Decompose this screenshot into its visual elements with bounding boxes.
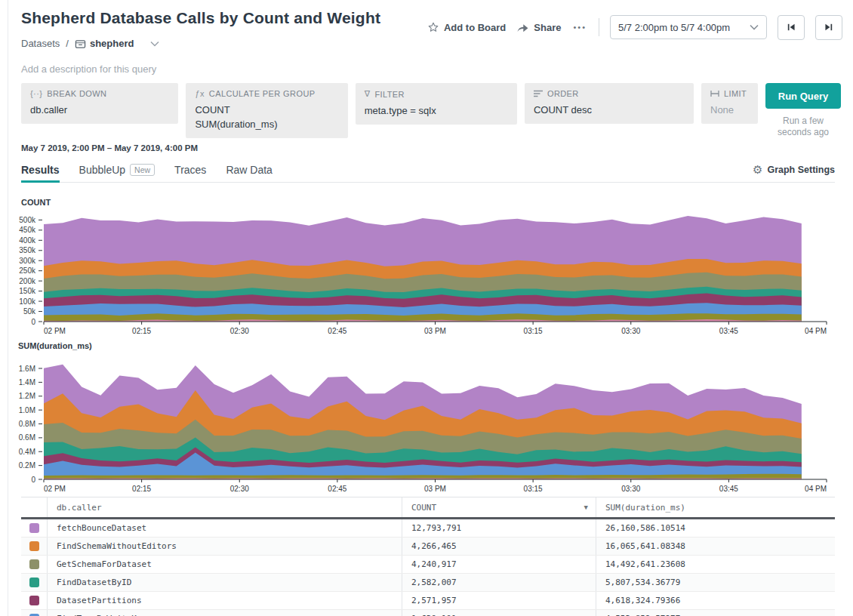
table-row[interactable]: FindDatasetByID2,582,0075,807,534.36779 <box>21 574 835 592</box>
page-title: Shepherd Database Calls by Count and Wei… <box>21 9 380 27</box>
break-down-box[interactable]: {··} BREAK DOWN db.caller <box>21 83 178 124</box>
svg-text:0.4M: 0.4M <box>19 448 35 456</box>
calculate-value-count: COUNT <box>195 103 338 117</box>
results-tabs: Results BubbleUp New Traces Raw Data ⚙ G… <box>21 157 835 183</box>
svg-text:02:45: 02:45 <box>328 327 346 335</box>
skip-back-button[interactable] <box>778 15 805 40</box>
breadcrumb: Datasets / shepherd <box>21 38 159 49</box>
svg-text:03:15: 03:15 <box>524 327 543 335</box>
calculate-icon: ƒx <box>195 89 204 98</box>
add-to-board-label: Add to Board <box>444 22 506 33</box>
svg-text:100k: 100k <box>19 297 36 306</box>
series-color-swatch <box>21 592 47 609</box>
table-row[interactable]: FindSchemaWithoutEditors4,266,46516,065,… <box>21 537 835 556</box>
breadcrumb-dataset[interactable]: shepherd <box>75 38 134 49</box>
series-color-swatch <box>21 610 47 616</box>
graph-settings-label: Graph Settings <box>767 165 835 175</box>
results-table: db.caller COUNT ▼ SUM(duration_ms) fetch… <box>21 497 835 616</box>
svg-text:1.0M: 1.0M <box>19 406 35 414</box>
column-header-count[interactable]: COUNT ▼ <box>402 497 596 517</box>
table-row[interactable]: DatasetPartitions2,571,9574,618,324.7936… <box>21 592 835 610</box>
filter-box[interactable]: ∇ FILTER meta.type = sqlx <box>356 83 517 125</box>
breadcrumb-dataset-label: shepherd <box>90 38 134 49</box>
svg-text:03:30: 03:30 <box>621 327 640 335</box>
time-range-value: 5/7 2:00pm to 5/7 4:00pm <box>618 22 730 33</box>
cell-sum: 4,618,324.79366 <box>596 592 835 609</box>
series-color-swatch <box>21 519 47 537</box>
count-stacked-area-chart[interactable]: 050k100k150k200k250k300k350k400k450k500k… <box>15 212 838 342</box>
svg-text:1.4M: 1.4M <box>19 378 35 387</box>
limit-icon <box>710 90 719 97</box>
svg-text:0.2M: 0.2M <box>19 461 35 470</box>
cell-db-caller: GetSchemaForDataset <box>47 556 402 573</box>
chevron-down-icon[interactable] <box>150 41 159 47</box>
breadcrumb-separator: / <box>66 38 69 49</box>
sum-stacked-area-chart[interactable]: 00.2M0.4M0.6M0.8M1.0M1.2M1.4M1.6M02 PM02… <box>15 356 838 497</box>
cell-count: 4,266,465 <box>402 537 596 555</box>
svg-text:500k: 500k <box>19 216 36 224</box>
order-icon <box>534 90 543 97</box>
calculate-box[interactable]: ƒx CALCULATE PER GROUP COUNT SUM(duratio… <box>186 83 347 138</box>
cell-sum: 14,492,641.23608 <box>596 556 835 573</box>
share-button[interactable]: Share <box>516 22 561 33</box>
svg-text:1.2M: 1.2M <box>19 392 35 400</box>
svg-text:04 PM: 04 PM <box>805 327 827 335</box>
tab-bubbleup[interactable]: BubbleUp New <box>79 157 156 182</box>
svg-text:03:30: 03:30 <box>621 485 640 493</box>
cell-db-caller: FindDatasetByID <box>47 574 402 591</box>
break-down-value: db.caller <box>30 103 169 117</box>
run-status: Run a few seconds ago <box>765 116 841 138</box>
order-box[interactable]: ORDER COUNT desc <box>525 83 694 124</box>
cell-count: 1,639,101 <box>402 610 596 616</box>
svg-text:150k: 150k <box>19 287 36 295</box>
cell-db-caller: FindTeamByWriteKey <box>47 610 402 616</box>
graph-settings-button[interactable]: ⚙ Graph Settings <box>753 163 835 177</box>
sort-desc-icon[interactable]: ▼ <box>584 504 588 511</box>
svg-text:02:15: 02:15 <box>132 327 151 335</box>
svg-text:02 PM: 02 PM <box>44 485 66 493</box>
limit-box[interactable]: LIMIT None <box>701 83 758 124</box>
table-row[interactable]: GetSchemaForDataset4,240,91714,492,641.2… <box>21 556 835 574</box>
table-row[interactable]: fetchBounceDataset12,793,79126,160,586.1… <box>21 519 835 537</box>
svg-text:04 PM: 04 PM <box>805 485 827 493</box>
share-icon <box>516 22 529 33</box>
order-value: COUNT desc <box>534 103 685 117</box>
skip-to-start-icon <box>786 22 796 32</box>
tab-results[interactable]: Results <box>21 157 60 182</box>
cell-sum: 16,065,641.08348 <box>596 537 835 555</box>
skip-forward-button[interactable] <box>815 15 842 40</box>
svg-text:200k: 200k <box>19 277 36 285</box>
svg-text:02:15: 02:15 <box>132 485 151 493</box>
svg-text:02 PM: 02 PM <box>44 327 66 335</box>
more-actions-button[interactable]: ••• <box>571 23 588 32</box>
query-builder: {··} BREAK DOWN db.caller ƒx CALCULATE P… <box>21 83 841 138</box>
column-header-sum[interactable]: SUM(duration_ms) <box>596 497 835 517</box>
query-description-placeholder[interactable]: Add a description for this query <box>21 63 156 75</box>
result-date-range: May 7 2019, 2:00 PM – May 7 2019, 4:00 P… <box>21 143 198 152</box>
run-query-button[interactable]: Run Query <box>765 83 841 109</box>
time-range-select[interactable]: 5/7 2:00pm to 5/7 4:00pm <box>610 15 767 39</box>
share-label: Share <box>534 22 561 33</box>
add-to-board-button[interactable]: Add to Board <box>427 21 506 33</box>
svg-text:02:30: 02:30 <box>230 327 249 335</box>
series-color-swatch <box>21 537 47 555</box>
svg-text:03:45: 03:45 <box>719 485 738 493</box>
table-row[interactable]: FindTeamByWriteKey1,639,1014,553,852.572… <box>21 610 835 616</box>
breadcrumb-root[interactable]: Datasets <box>21 38 60 49</box>
cell-db-caller: DatasetPartitions <box>47 592 402 609</box>
svg-text:250k: 250k <box>19 266 36 275</box>
svg-text:0: 0 <box>31 318 35 326</box>
cell-count: 2,571,957 <box>402 592 596 609</box>
svg-text:03 PM: 03 PM <box>424 485 446 493</box>
calculate-label: CALCULATE PER GROUP <box>209 89 316 98</box>
dataset-box-icon <box>75 38 86 49</box>
cell-count: 2,582,007 <box>402 574 596 591</box>
svg-text:0.8M: 0.8M <box>19 420 35 428</box>
svg-text:400k: 400k <box>19 236 36 245</box>
tab-raw-data[interactable]: Raw Data <box>226 157 272 182</box>
tab-traces[interactable]: Traces <box>174 157 206 182</box>
calculate-value-sum: SUM(duration_ms) <box>195 117 338 131</box>
svg-text:0.6M: 0.6M <box>19 433 35 442</box>
column-header-db-caller[interactable]: db.caller <box>47 497 402 517</box>
series-color-swatch <box>21 574 47 591</box>
